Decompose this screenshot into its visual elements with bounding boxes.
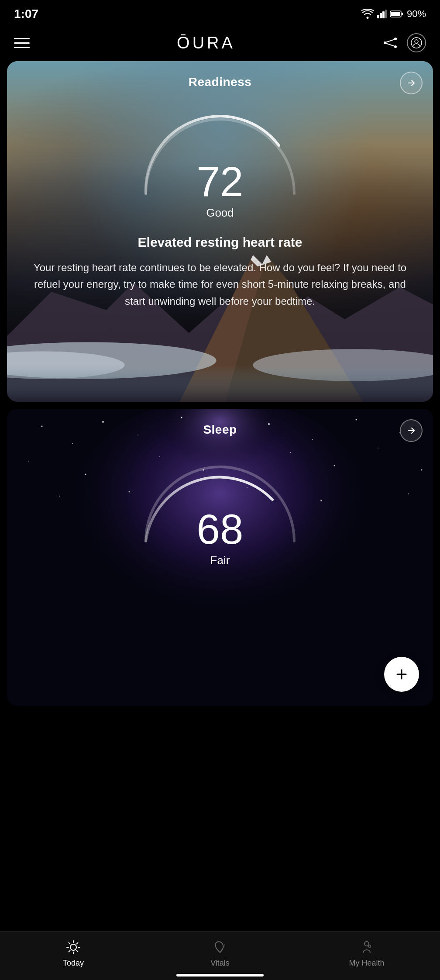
readiness-headline: Elevated resting heart rate: [24, 234, 416, 251]
svg-rect-1: [380, 13, 382, 18]
readiness-gauge: [24, 100, 416, 204]
nav-label-today: Today: [63, 959, 84, 968]
svg-rect-0: [377, 15, 379, 18]
readiness-body: Your resting heart rate continues to be …: [24, 259, 416, 310]
battery-percentage: 90%: [407, 8, 426, 20]
svg-rect-17: [7, 365, 433, 402]
readiness-arrow-button[interactable]: [400, 72, 423, 94]
menu-button[interactable]: [14, 38, 30, 48]
fab-add-button[interactable]: [384, 657, 419, 692]
nav-item-vitals[interactable]: Vitals: [147, 939, 293, 968]
wifi-icon: [361, 9, 374, 19]
sleep-gauge: [24, 447, 416, 552]
sleep-content: Sleep 68 Fair: [7, 409, 433, 602]
status-time: 1:07: [14, 7, 38, 21]
svg-line-11: [386, 44, 394, 46]
profile-button[interactable]: [407, 33, 426, 52]
svg-point-9: [394, 45, 397, 48]
svg-line-54: [69, 951, 70, 952]
status-icons: 90%: [361, 8, 426, 20]
svg-line-52: [77, 951, 78, 952]
status-bar: 1:07 90%: [0, 0, 440, 26]
svg-point-46: [70, 944, 76, 950]
readiness-content: Readiness 72 Good: [7, 61, 433, 331]
bottom-home-indicator: [176, 974, 264, 977]
cards-container: Readiness 72 Good: [0, 61, 440, 706]
sleep-arrow-button[interactable]: [400, 419, 423, 442]
svg-point-7: [384, 41, 386, 44]
readiness-title: Readiness: [24, 75, 416, 89]
svg-rect-3: [385, 10, 387, 18]
signal-icon: [377, 10, 387, 18]
sleep-card: Sleep 68 Fair: [7, 409, 433, 706]
header-actions: [382, 33, 426, 52]
battery-icon: [390, 10, 403, 17]
share-icon[interactable]: [382, 37, 398, 49]
svg-point-13: [415, 40, 418, 43]
sun-icon: [65, 939, 82, 956]
svg-rect-6: [402, 13, 403, 15]
myhealth-icon: [358, 939, 375, 956]
svg-rect-5: [391, 12, 400, 16]
sleep-title: Sleep: [24, 423, 416, 437]
readiness-card: Readiness 72 Good: [7, 61, 433, 402]
bottom-nav: Today Vitals My Health: [0, 931, 440, 980]
nav-item-today[interactable]: Today: [0, 939, 147, 968]
readiness-score-label: Good: [24, 206, 416, 220]
svg-line-51: [69, 943, 70, 944]
svg-rect-2: [382, 11, 385, 18]
nav-label-vitals: Vitals: [210, 959, 230, 968]
sleep-score-label: Fair: [24, 554, 416, 567]
app-logo: ŌURA: [177, 34, 235, 52]
svg-line-53: [77, 943, 78, 944]
svg-point-8: [394, 38, 397, 40]
nav-label-myhealth: My Health: [349, 959, 384, 968]
vitals-icon: [211, 939, 229, 956]
svg-line-10: [386, 40, 394, 42]
app-header: ŌURA: [0, 26, 440, 61]
nav-item-myhealth[interactable]: My Health: [293, 939, 440, 968]
